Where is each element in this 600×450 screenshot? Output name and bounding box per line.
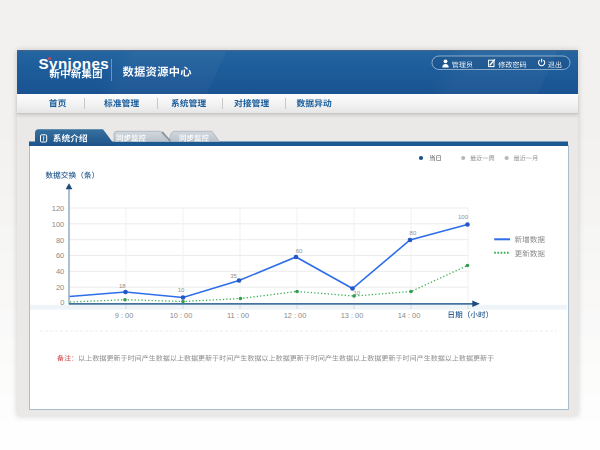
svg-text:100: 100 — [458, 214, 469, 220]
svg-text:11 : 00: 11 : 00 — [227, 311, 249, 320]
svg-text:35: 35 — [230, 273, 237, 279]
svg-text:10: 10 — [353, 290, 360, 296]
svg-text:20: 20 — [56, 283, 64, 292]
svg-text:80: 80 — [410, 230, 417, 236]
svg-text:0: 0 — [60, 298, 64, 307]
svg-text:100: 100 — [52, 220, 65, 229]
svg-text:60: 60 — [56, 251, 64, 260]
svg-text:40: 40 — [56, 267, 64, 276]
svg-text:12 : 00: 12 : 00 — [284, 311, 307, 320]
svg-text:14 : 00: 14 : 00 — [398, 311, 421, 320]
svg-text:80: 80 — [56, 236, 64, 245]
svg-text:13 : 00: 13 : 00 — [341, 311, 364, 320]
svg-text:60: 60 — [296, 248, 303, 254]
svg-text:10 : 00: 10 : 00 — [170, 311, 193, 320]
svg-text:18: 18 — [119, 283, 126, 289]
svg-text:10: 10 — [178, 287, 185, 293]
svg-text:120: 120 — [52, 204, 65, 213]
svg-text:9 : 00: 9 : 00 — [115, 311, 134, 320]
